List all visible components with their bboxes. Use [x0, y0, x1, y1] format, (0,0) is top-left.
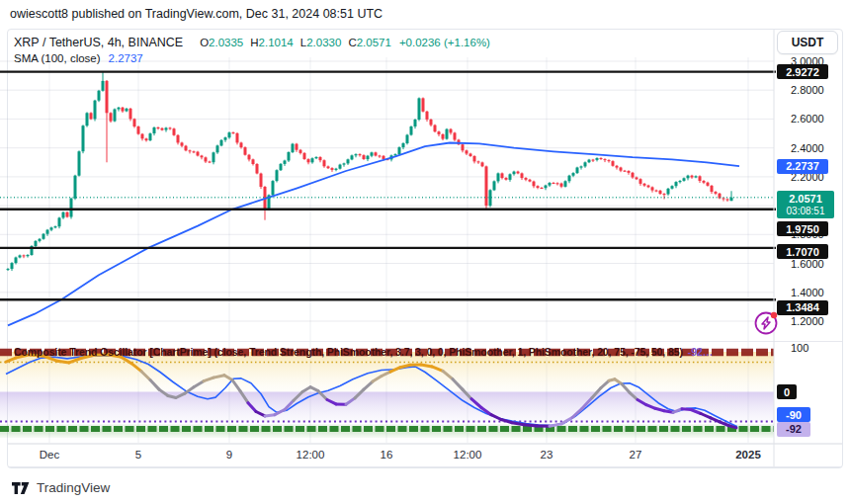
price-level-badge: 1.9750: [777, 221, 828, 236]
oscillator-legend: Composite Trend Oscillator [ChartPrime] …: [14, 346, 713, 358]
ohlc-values: O2.0335H2.1014L2.0330C2.0571: [193, 36, 391, 49]
time-axis-label: 12:00: [281, 449, 340, 461]
symbol-title: XRP / TetherUS, 4h, BINANCE: [14, 36, 183, 49]
ohlc-letter: H: [250, 37, 258, 48]
ohlc-value: 2.0335: [209, 37, 243, 48]
oscillator-axis-top-label: 100: [791, 342, 808, 354]
time-axis-label: Dec: [20, 449, 79, 461]
time-axis-label: 12:00: [438, 449, 497, 461]
footer: TradingView: [12, 480, 110, 495]
ohlc-letter: O: [200, 37, 209, 48]
price-tick-label: 2.4000: [791, 142, 824, 154]
candle-countdown: 03:08:51: [787, 206, 825, 217]
oscillator-value: -92…: [688, 346, 713, 358]
tradingview-chart-widget: owiescott8 published on TradingView.com,…: [0, 0, 850, 504]
sma-label: SMA (100, close): [14, 52, 101, 64]
chart-canvas[interactable]: [0, 0, 850, 504]
price-tick-label: 2.8000: [791, 84, 824, 96]
oscillator-level-badge: -90: [777, 407, 810, 422]
change-value: +0.0236 (+1.16%): [399, 37, 490, 48]
ohlc-value: 2.0571: [357, 37, 391, 48]
time-axis-label: 23: [517, 449, 576, 461]
time-axis-label: 5: [109, 449, 168, 461]
price-level-badge: 2.9272: [777, 64, 828, 79]
price-tick-label: 2.6000: [791, 113, 824, 125]
price-tick-label: 1.4000: [791, 287, 824, 298]
currency-toggle-button[interactable]: USDT: [777, 31, 838, 54]
price-level-badge: 2.2737: [777, 159, 828, 174]
tradingview-logo-icon[interactable]: [12, 481, 31, 495]
current-price-badge: 2.057103:08:51: [777, 191, 834, 218]
oscillator-level-badge: 0: [777, 384, 797, 399]
oscillator-title: Composite Trend Oscillator [ChartPrime] …: [14, 346, 683, 358]
ohlc-value: 2.0330: [306, 37, 341, 48]
time-axis-label: 2025: [719, 449, 778, 461]
price-tick-label: 1.2000: [791, 315, 824, 327]
price-level-badge: 1.7070: [777, 244, 828, 259]
sma-value: 2.2737: [109, 52, 143, 64]
price-level-badge: 1.3484: [777, 300, 828, 315]
ohlc-letter: C: [348, 37, 356, 48]
symbol-legend: XRP / TetherUS, 4h, BINANCEO2.0335H2.101…: [14, 36, 490, 49]
tradingview-brand-text[interactable]: TradingView: [37, 480, 110, 495]
sma-legend: SMA (100, close)2.2737: [14, 52, 143, 64]
ohlc-value: 2.1014: [259, 37, 294, 48]
time-axis-label: 16: [357, 449, 416, 461]
candles: [7, 72, 733, 271]
price-tick-label: 1.6000: [791, 258, 824, 270]
time-axis-label: 27: [606, 449, 665, 461]
time-axis-label: 9: [200, 449, 259, 461]
publish-byline: owiescott8 published on TradingView.com,…: [10, 7, 382, 21]
oscillator-level-badge: -92: [777, 422, 810, 437]
